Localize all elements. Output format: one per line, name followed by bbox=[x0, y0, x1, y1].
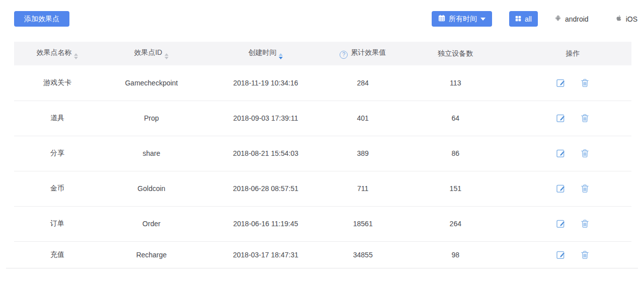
toolbar: 添加效果点 所有时间 bbox=[0, 0, 644, 27]
table-row: 游戏关卡Gamecheckpoint2018-11-19 10:34:16284… bbox=[14, 65, 631, 101]
time-filter-button[interactable]: 所有时间 bbox=[432, 11, 492, 27]
cell-devices: 64 bbox=[397, 101, 514, 136]
cell-name: 分享 bbox=[14, 136, 101, 171]
filter-ios-button[interactable]: iOS bbox=[615, 15, 637, 23]
edit-icon bbox=[556, 187, 566, 195]
edit-icon bbox=[556, 152, 566, 160]
time-filter-label: 所有时间 bbox=[449, 15, 477, 24]
cell-devices: 151 bbox=[397, 171, 514, 206]
table-row: 订单Order2018-06-16 11:19:4518561264 bbox=[14, 206, 631, 241]
table-row: 金币Goldcoin2018-06-28 08:57:51711151 bbox=[14, 171, 631, 206]
delete-button[interactable] bbox=[580, 148, 590, 158]
filter-android-button[interactable]: android bbox=[554, 15, 589, 23]
trash-icon bbox=[580, 152, 590, 160]
cell-name: 订单 bbox=[14, 206, 101, 241]
trash-icon bbox=[580, 254, 590, 261]
cell-name: 游戏关卡 bbox=[14, 65, 101, 101]
calendar-icon bbox=[438, 15, 445, 23]
sort-icon[interactable] bbox=[74, 53, 78, 59]
cell-actions bbox=[514, 206, 631, 241]
cell-name: 充值 bbox=[14, 241, 101, 268]
cell-id: Order bbox=[101, 206, 202, 241]
column-header-actions-label: 操作 bbox=[566, 49, 580, 57]
cell-value: 18561 bbox=[329, 206, 397, 241]
edit-icon bbox=[556, 117, 566, 125]
column-header-id[interactable]: 效果点ID bbox=[101, 42, 202, 65]
column-header-id-label: 效果点ID bbox=[134, 48, 162, 56]
trash-icon bbox=[580, 117, 590, 125]
edit-icon bbox=[556, 223, 566, 230]
edit-button[interactable] bbox=[556, 219, 566, 229]
cell-name: 金币 bbox=[14, 171, 101, 206]
filter-all-label: all bbox=[525, 15, 532, 23]
cell-name: 道具 bbox=[14, 101, 101, 136]
cell-created: 2018-09-03 17:39:11 bbox=[202, 101, 329, 136]
cell-id: Recharge bbox=[101, 241, 202, 268]
cell-value: 401 bbox=[329, 101, 397, 136]
filter-all-button[interactable]: all bbox=[509, 11, 538, 27]
chevron-down-icon bbox=[480, 18, 486, 21]
toolbar-filters: 所有时间 all bbox=[432, 11, 637, 27]
panel-bottom-border bbox=[6, 268, 638, 268]
trash-icon bbox=[580, 223, 590, 230]
delete-button[interactable] bbox=[580, 250, 590, 260]
column-header-actions: 操作 bbox=[514, 42, 631, 65]
delete-button[interactable] bbox=[580, 219, 590, 229]
column-header-devices: 独立设备数 bbox=[397, 42, 514, 65]
android-icon bbox=[554, 15, 561, 23]
column-header-created[interactable]: 创建时间 bbox=[202, 42, 329, 65]
delete-button[interactable] bbox=[580, 113, 590, 123]
cell-value: 711 bbox=[329, 171, 397, 206]
cell-devices: 98 bbox=[397, 241, 514, 268]
column-header-created-label: 创建时间 bbox=[248, 48, 276, 56]
cell-value: 34855 bbox=[329, 241, 397, 268]
question-circle-icon[interactable]: ? bbox=[340, 51, 348, 59]
cell-actions bbox=[514, 65, 631, 101]
sort-icon-active-desc[interactable] bbox=[279, 53, 283, 59]
trash-icon bbox=[580, 82, 590, 89]
table-row: 充值Recharge2018-03-17 18:47:313485598 bbox=[14, 241, 631, 268]
cell-value: 284 bbox=[329, 65, 397, 101]
column-header-name[interactable]: 效果点名称 bbox=[14, 42, 101, 65]
cell-id: Prop bbox=[101, 101, 202, 136]
trash-icon bbox=[580, 187, 590, 195]
edit-button[interactable] bbox=[556, 250, 566, 260]
cell-devices: 86 bbox=[397, 136, 514, 171]
cell-actions bbox=[514, 241, 631, 268]
delete-button[interactable] bbox=[580, 183, 590, 194]
cell-created: 2018-06-16 11:19:45 bbox=[202, 206, 329, 241]
column-header-value-label: 累计效果值 bbox=[351, 48, 386, 56]
cell-id: Gamecheckpoint bbox=[101, 65, 202, 101]
edit-button[interactable] bbox=[556, 78, 566, 88]
cell-created: 2018-08-21 15:54:03 bbox=[202, 136, 329, 171]
filter-ios-label: iOS bbox=[626, 15, 637, 23]
table-row: 道具Prop2018-09-03 17:39:1140164 bbox=[14, 101, 631, 136]
effect-points-table: 效果点名称 效果点ID 创建时间 ?累计效果值 独立设备数 操作 bbox=[14, 42, 631, 268]
cell-id: Goldcoin bbox=[101, 171, 202, 206]
edit-button[interactable] bbox=[556, 113, 566, 123]
cell-id: share bbox=[101, 136, 202, 171]
filter-android-label: android bbox=[565, 15, 589, 23]
apple-icon bbox=[615, 15, 622, 23]
table-header-row: 效果点名称 效果点ID 创建时间 ?累计效果值 独立设备数 操作 bbox=[14, 42, 631, 65]
cell-devices: 264 bbox=[397, 206, 514, 241]
cell-value: 389 bbox=[329, 136, 397, 171]
sort-icon[interactable] bbox=[165, 53, 169, 59]
cell-actions bbox=[514, 171, 631, 206]
delete-button[interactable] bbox=[580, 78, 590, 88]
add-effect-point-button[interactable]: 添加效果点 bbox=[14, 11, 69, 27]
cell-created: 2018-03-17 18:47:31 bbox=[202, 241, 329, 268]
column-header-name-label: 效果点名称 bbox=[36, 48, 71, 56]
edit-icon bbox=[556, 82, 566, 89]
edit-button[interactable] bbox=[556, 148, 566, 158]
cell-actions bbox=[514, 136, 631, 171]
table-row: 分享share2018-08-21 15:54:0338986 bbox=[14, 136, 631, 171]
column-header-devices-label: 独立设备数 bbox=[438, 49, 473, 57]
cell-devices: 113 bbox=[397, 65, 514, 101]
cell-actions bbox=[514, 101, 631, 136]
cell-created: 2018-06-28 08:57:51 bbox=[202, 171, 329, 206]
edit-button[interactable] bbox=[556, 183, 566, 194]
grid-icon bbox=[515, 15, 521, 23]
cell-created: 2018-11-19 10:34:16 bbox=[202, 65, 329, 101]
column-header-value: ?累计效果值 bbox=[329, 42, 397, 65]
